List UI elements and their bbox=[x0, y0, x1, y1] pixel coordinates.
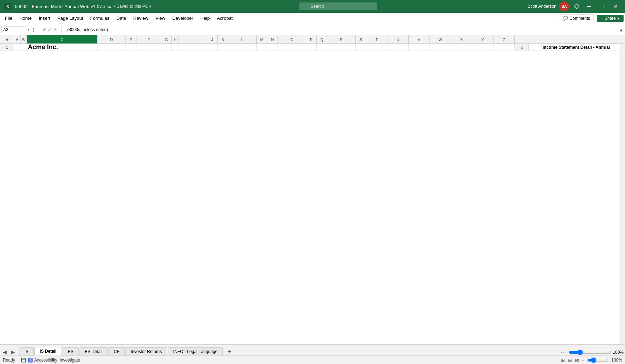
cell-B2[interactable] bbox=[535, 44, 542, 51]
sheet-tab-investor-returns[interactable]: Investor Returns bbox=[125, 347, 167, 356]
cell-H1[interactable] bbox=[172, 44, 179, 51]
col-header-L[interactable]: L bbox=[228, 35, 257, 43]
cell-G1[interactable] bbox=[161, 44, 172, 51]
col-header-X[interactable]: X bbox=[451, 35, 472, 43]
menu-item-formulas[interactable]: Formulas bbox=[87, 14, 113, 22]
col-header-T[interactable]: T bbox=[366, 35, 387, 43]
svg-marker-2 bbox=[574, 4, 579, 9]
menu-item-home[interactable]: Home bbox=[16, 14, 35, 22]
accessibility-label[interactable]: Accessibility: Investigate bbox=[34, 358, 80, 363]
cell-Y1[interactable] bbox=[472, 44, 493, 51]
col-header-N[interactable]: N bbox=[267, 35, 278, 43]
cell-R1[interactable] bbox=[327, 44, 356, 51]
menu-item-page layout[interactable]: Page Layout bbox=[54, 14, 87, 22]
col-header-K[interactable]: K bbox=[218, 35, 228, 43]
col-header-S[interactable]: S bbox=[356, 35, 366, 43]
cell-C2[interactable]: Income Statement Detail - Annual bbox=[542, 44, 612, 51]
minimize-button[interactable]: ─ bbox=[583, 0, 595, 13]
page-break-icon[interactable]: ⊠ bbox=[575, 357, 579, 363]
cell-N1[interactable] bbox=[267, 44, 278, 51]
collapse-formula-icon[interactable]: ▲ bbox=[619, 27, 624, 33]
zoom-out-icon[interactable]: − bbox=[582, 358, 584, 363]
save-status: • Saved to this PC ▾ bbox=[114, 4, 151, 9]
menu-item-view[interactable]: View bbox=[152, 14, 169, 22]
menu-item-data[interactable]: Data bbox=[113, 14, 129, 22]
cell-reference-input[interactable] bbox=[1, 26, 26, 33]
col-header-G[interactable]: G bbox=[161, 35, 172, 43]
col-header-Y[interactable]: Y bbox=[472, 35, 493, 43]
zoom-slider-status[interactable] bbox=[587, 357, 608, 363]
cell-W1[interactable] bbox=[430, 44, 451, 51]
cell-V1[interactable] bbox=[409, 44, 430, 51]
cell-Z1[interactable] bbox=[493, 44, 515, 51]
sheet-tab-bs[interactable]: BS bbox=[63, 347, 79, 356]
cell-C1[interactable]: Acme Inc. bbox=[27, 44, 98, 51]
cell-S1[interactable] bbox=[356, 44, 366, 51]
col-header-H[interactable]: H bbox=[172, 35, 179, 43]
col-header-C[interactable]: C bbox=[27, 35, 98, 43]
formula-input[interactable] bbox=[64, 27, 617, 33]
col-header-I[interactable]: I bbox=[179, 35, 207, 43]
cell-M1[interactable] bbox=[257, 44, 267, 51]
sheet-nav-prev[interactable]: ◀ bbox=[1, 348, 8, 356]
cell-P1[interactable] bbox=[306, 44, 317, 51]
sheet-tab-info---legal-language[interactable]: INFO - Legal Language bbox=[168, 347, 223, 356]
cell-A1[interactable] bbox=[14, 44, 21, 51]
col-header-Z[interactable]: Z bbox=[493, 35, 515, 43]
close-button[interactable]: ✕ bbox=[609, 0, 622, 13]
share-button[interactable]: ↑ Share ▾ bbox=[597, 15, 624, 22]
col-header-U[interactable]: U bbox=[387, 35, 409, 43]
menu-item-review[interactable]: Review bbox=[130, 14, 152, 22]
normal-view-icon[interactable]: ⊞ bbox=[561, 357, 565, 363]
menu-item-acrobat[interactable]: Acrobat bbox=[213, 14, 236, 22]
col-header-J[interactable]: J bbox=[207, 35, 218, 43]
col-header-A[interactable]: A bbox=[14, 35, 21, 43]
col-header-W[interactable]: W bbox=[430, 35, 451, 43]
sheet-options-icon[interactable]: ⋯ bbox=[560, 349, 566, 356]
cell-T1[interactable] bbox=[366, 44, 387, 51]
cancel-formula-icon[interactable]: ✕ bbox=[42, 27, 46, 33]
col-header-R[interactable]: R bbox=[327, 35, 356, 43]
search-input[interactable] bbox=[299, 2, 377, 10]
cell-U1[interactable] bbox=[387, 44, 409, 51]
zoom-slider[interactable] bbox=[569, 350, 611, 355]
col-header-F[interactable]: F bbox=[136, 35, 161, 43]
menu-item-developer[interactable]: Developer bbox=[169, 14, 197, 22]
menu-item-insert[interactable]: Insert bbox=[35, 14, 54, 22]
cell-J1[interactable] bbox=[207, 44, 218, 51]
sheet-tab-is[interactable]: IS bbox=[19, 347, 34, 356]
sheet-nav-next[interactable]: ▶ bbox=[10, 348, 16, 356]
cell-L1[interactable] bbox=[228, 44, 257, 51]
col-header-O[interactable]: O bbox=[278, 35, 306, 43]
cell-F1[interactable] bbox=[136, 44, 161, 51]
sheet-tab-cf[interactable]: CF bbox=[109, 347, 125, 356]
menu-item-file[interactable]: File bbox=[1, 14, 16, 22]
col-header-E[interactable]: E bbox=[126, 35, 136, 43]
save-icon[interactable]: 💾 bbox=[21, 358, 26, 363]
menu-item-help[interactable]: Help bbox=[197, 14, 214, 22]
col-header-D[interactable]: D bbox=[98, 35, 126, 43]
cell-X1[interactable] bbox=[451, 44, 472, 51]
cell-B1[interactable] bbox=[21, 44, 27, 51]
confirm-formula-icon[interactable]: ✓ bbox=[48, 27, 52, 33]
cell-D1[interactable] bbox=[98, 44, 126, 51]
col-header-Q[interactable]: Q bbox=[317, 35, 327, 43]
col-header-B[interactable]: B bbox=[21, 35, 27, 43]
add-sheet-button[interactable]: + bbox=[225, 348, 234, 356]
col-header-M[interactable]: M bbox=[257, 35, 267, 43]
col-header-P[interactable]: P bbox=[306, 35, 317, 43]
cell-O1[interactable] bbox=[278, 44, 306, 51]
cell-K1[interactable] bbox=[218, 44, 228, 51]
cell-Q1[interactable] bbox=[317, 44, 327, 51]
cell-I1[interactable] bbox=[179, 44, 207, 51]
comments-button[interactable]: 💬 Comments bbox=[559, 14, 594, 22]
sheet-tab-bs-detail[interactable]: BS Detail bbox=[80, 347, 108, 356]
col-header-V[interactable]: V bbox=[409, 35, 430, 43]
cell-A2[interactable] bbox=[529, 44, 535, 51]
cell-D2[interactable] bbox=[612, 44, 620, 51]
sheet-tab-is-detail[interactable]: IS Detail bbox=[34, 347, 62, 356]
page-layout-icon[interactable]: ⊟ bbox=[568, 357, 572, 363]
cell-E1[interactable] bbox=[126, 44, 136, 51]
maximize-button[interactable]: □ bbox=[596, 0, 609, 13]
expand-icon[interactable]: ▾ bbox=[28, 27, 30, 32]
